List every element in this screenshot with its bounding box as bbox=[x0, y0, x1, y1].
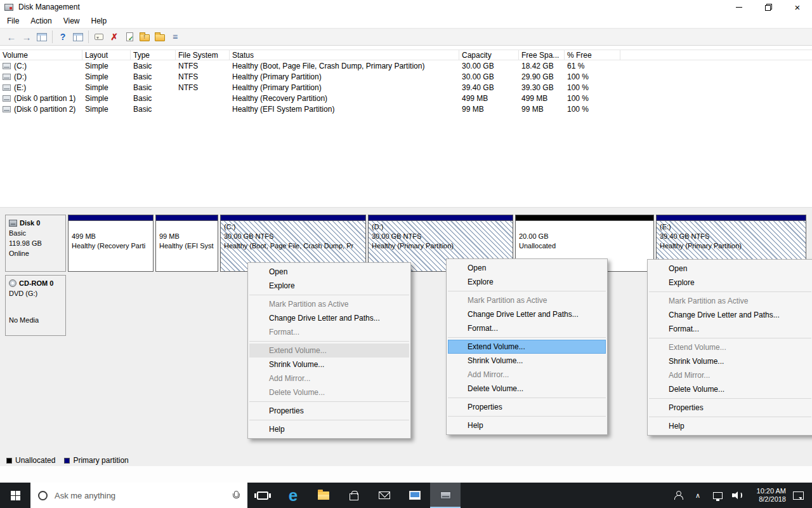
menu-item-delete-volume[interactable]: Delete Volume... bbox=[448, 382, 606, 396]
minimize-button[interactable] bbox=[724, 0, 754, 14]
menu-item-delete-volume[interactable]: Delete Volume... bbox=[649, 382, 811, 396]
restore-button[interactable] bbox=[754, 0, 783, 14]
cell-volume: (Disk 0 partition 1) bbox=[14, 94, 75, 103]
menu-item-explore[interactable]: Explore bbox=[448, 275, 606, 289]
console-tree-icon[interactable] bbox=[34, 29, 49, 44]
menu-item-format[interactable]: Format... bbox=[448, 321, 606, 335]
legend-primary-partition: Primary partition bbox=[64, 456, 128, 465]
edge-button[interactable]: e bbox=[278, 483, 308, 508]
partition-color-bar bbox=[657, 215, 806, 221]
column-header-volume[interactable]: Volume bbox=[0, 50, 82, 60]
folder-icon[interactable] bbox=[152, 29, 167, 44]
menu-item-extend-volume[interactable]: Extend Volume... bbox=[448, 340, 606, 354]
cell-free-space: 29.90 GB bbox=[519, 72, 565, 81]
volume-button[interactable] bbox=[730, 491, 745, 499]
people-button[interactable] bbox=[671, 491, 686, 500]
taskbar-clock[interactable]: 10:20 AM 8/2/2018 bbox=[749, 487, 786, 504]
menu-item-open[interactable]: Open bbox=[249, 265, 409, 279]
store-button[interactable] bbox=[339, 483, 369, 508]
cortana-icon bbox=[38, 491, 48, 500]
column-header-free-space[interactable]: Free Spa... bbox=[519, 50, 565, 60]
menu-item-explore[interactable]: Explore bbox=[249, 279, 409, 293]
menu-view[interactable]: View bbox=[58, 15, 86, 27]
app-window-button[interactable] bbox=[400, 483, 430, 508]
menu-help[interactable]: Help bbox=[86, 15, 113, 27]
partition-block-recovery[interactable]: 499 MB Healthy (Recovery Parti bbox=[68, 215, 154, 272]
action-bubble-icon[interactable] bbox=[91, 29, 107, 44]
volume-row-d[interactable]: (D:) Simple Basic NTFS Healthy (Primary … bbox=[0, 71, 812, 82]
volume-row-partition1[interactable]: (Disk 0 partition 1) Simple Basic Health… bbox=[0, 93, 812, 104]
delete-icon[interactable]: ✗ bbox=[107, 29, 122, 44]
restore-icon bbox=[765, 4, 771, 10]
cell-capacity: 499 MB bbox=[459, 94, 519, 103]
check-document-icon[interactable]: ✓ bbox=[122, 29, 137, 44]
context-menu-d: Open Explore Mark Partition as Active Ch… bbox=[446, 258, 608, 435]
store-icon bbox=[350, 493, 358, 500]
menu-action[interactable]: Action bbox=[25, 15, 57, 27]
details-list-icon[interactable]: ≡ bbox=[167, 29, 183, 44]
menu-separator bbox=[448, 291, 606, 291]
edge-icon: e bbox=[289, 487, 298, 504]
menu-item-help[interactable]: Help bbox=[249, 422, 409, 436]
volume-list: Volume Layout Type File System Status Ca… bbox=[0, 50, 812, 114]
column-header-capacity[interactable]: Capacity bbox=[459, 50, 519, 60]
properties-window-icon[interactable] bbox=[70, 29, 86, 44]
microphone-icon[interactable] bbox=[232, 491, 239, 500]
menu-item-shrink-volume[interactable]: Shrink Volume... bbox=[448, 354, 606, 368]
close-button[interactable]: × bbox=[783, 0, 812, 14]
column-header-pct-free[interactable]: % Free bbox=[565, 50, 620, 60]
column-header-file-system[interactable]: File System bbox=[176, 50, 230, 60]
menu-item-extend-volume: Extend Volume... bbox=[249, 344, 409, 358]
forward-icon[interactable]: → bbox=[19, 29, 34, 44]
cdrom-name: CD-ROM 0 bbox=[19, 279, 53, 288]
menubar: File Action View Help bbox=[0, 14, 812, 28]
menu-item-properties[interactable]: Properties bbox=[249, 404, 409, 418]
menu-separator bbox=[448, 416, 606, 417]
menu-item-shrink-volume[interactable]: Shrink Volume... bbox=[649, 354, 811, 368]
start-button[interactable] bbox=[0, 483, 30, 508]
menu-item-explore[interactable]: Explore bbox=[649, 276, 811, 290]
task-view-button[interactable] bbox=[247, 483, 278, 508]
volume-row-partition2[interactable]: (Disk 0 partition 2) Simple Basic Health… bbox=[0, 104, 812, 114]
menu-item-help[interactable]: Help bbox=[448, 418, 606, 432]
cdrom-0-panel[interactable]: CD-ROM 0 DVD (G:) No Media bbox=[5, 275, 66, 336]
menu-separator bbox=[649, 291, 811, 292]
back-icon[interactable]: ← bbox=[4, 29, 19, 44]
toolbar: ← → ? ✗ ✓ ↑ ≡ bbox=[0, 28, 812, 46]
speaker-icon bbox=[732, 491, 743, 499]
up-level-icon[interactable]: ↑ bbox=[137, 29, 152, 44]
cell-pct-free: 100 % bbox=[565, 72, 620, 81]
menu-separator bbox=[448, 398, 606, 398]
menu-item-change-drive-letter[interactable]: Change Drive Letter and Paths... bbox=[649, 308, 811, 322]
menu-file[interactable]: File bbox=[1, 15, 25, 27]
menu-item-properties[interactable]: Properties bbox=[649, 401, 811, 415]
column-header-type[interactable]: Type bbox=[131, 50, 176, 60]
context-menu-e: Open Explore Mark Partition as Active Ch… bbox=[647, 259, 812, 436]
action-center-button[interactable] bbox=[790, 491, 806, 500]
column-header-layout[interactable]: Layout bbox=[82, 50, 131, 60]
menu-item-format[interactable]: Format... bbox=[649, 322, 811, 336]
partition-block-efi[interactable]: 99 MB Healthy (EFI Syst bbox=[155, 215, 218, 272]
help-icon[interactable]: ? bbox=[55, 29, 70, 44]
menu-item-open[interactable]: Open bbox=[649, 262, 811, 276]
menu-item-open[interactable]: Open bbox=[448, 261, 606, 275]
menu-item-change-drive-letter[interactable]: Change Drive Letter and Paths... bbox=[448, 307, 606, 321]
menu-item-properties[interactable]: Properties bbox=[448, 400, 606, 414]
column-header-status[interactable]: Status bbox=[230, 50, 459, 60]
taskbar-search[interactable]: Ask me anything bbox=[30, 483, 247, 508]
cell-type: Basic bbox=[131, 105, 176, 114]
menu-item-change-drive-letter[interactable]: Change Drive Letter and Paths... bbox=[249, 311, 409, 325]
volume-disk-icon bbox=[3, 95, 11, 102]
volume-row-c[interactable]: (C:) Simple Basic NTFS Healthy (Boot, Pa… bbox=[0, 60, 812, 71]
file-explorer-button[interactable] bbox=[308, 483, 339, 508]
volume-row-e[interactable]: (E:) Simple Basic NTFS Healthy (Primary … bbox=[0, 82, 812, 93]
menu-item-help[interactable]: Help bbox=[649, 419, 811, 433]
cell-volume: (C:) bbox=[14, 62, 27, 70]
mail-button[interactable] bbox=[369, 483, 400, 508]
disk-management-taskbar-button[interactable] bbox=[430, 483, 461, 508]
disk-0-panel[interactable]: Disk 0 Basic 119.98 GB Online bbox=[5, 215, 66, 272]
hidden-icons-button[interactable]: ∧ bbox=[690, 492, 705, 499]
menu-item-shrink-volume[interactable]: Shrink Volume... bbox=[249, 358, 409, 371]
volume-disk-icon bbox=[3, 74, 11, 80]
network-button[interactable] bbox=[710, 492, 725, 499]
